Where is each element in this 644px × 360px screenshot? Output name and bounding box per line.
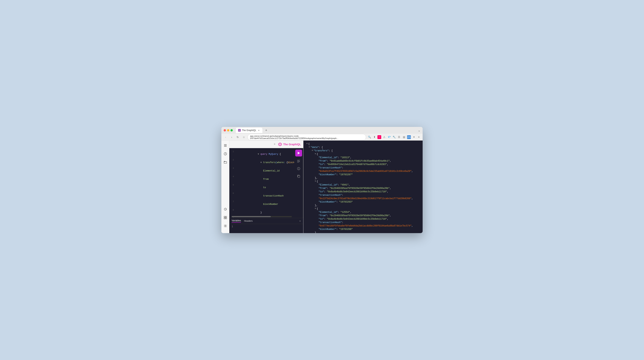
- headers-tab[interactable]: Headers: [244, 220, 252, 222]
- svg-point-13: [280, 145, 280, 146]
- forward-button[interactable]: ›: [229, 135, 234, 139]
- json-transfer-1-open: ▼{: [304, 153, 422, 156]
- code-line-5: 5 to: [229, 183, 294, 192]
- json-transfer-2-close: },: [304, 204, 422, 207]
- split-view-icon[interactable]: ☰: [397, 135, 401, 139]
- code-line-1: 1 ▼ query MyQuery {: [229, 150, 294, 158]
- new-tab-button[interactable]: +: [264, 128, 268, 133]
- svg-rect-2: [224, 146, 227, 147]
- code-line-2: 2 ▼ transfers(where: {blockNumber_gt: 19…: [229, 158, 294, 167]
- sidebar-icon[interactable]: ▤: [402, 135, 406, 139]
- prettify-button[interactable]: [296, 158, 302, 164]
- svg-rect-0: [224, 144, 227, 145]
- menu-icon[interactable]: ≡: [417, 135, 421, 139]
- variables-header: Variables Headers ∨: [229, 218, 303, 224]
- traffic-lights: [224, 129, 233, 131]
- json-line-root-open: ▼{: [304, 142, 422, 146]
- folder-icon[interactable]: [223, 160, 228, 165]
- svg-rect-1: [224, 145, 227, 146]
- address-icons: 🔍 ⬆ 🛡 ⚠ 💎 🔧 ☰ ▤ VPN ✦ ≡: [368, 135, 421, 139]
- horizontal-scrollbar[interactable]: [232, 216, 292, 217]
- search-icon[interactable]: 🔍: [368, 135, 371, 139]
- json-t2-to: "to": "0x8a4b4bd8c5e842eecb2681b99dc5c25…: [304, 190, 422, 194]
- json-t3-id: "Elemental_id": "12554",: [304, 211, 422, 214]
- graphql-logo: The GraphiQL: [278, 142, 301, 146]
- tab-close-button[interactable]: ✕: [258, 129, 260, 132]
- maximize-button[interactable]: [230, 129, 233, 131]
- tab-favicon: G: [238, 129, 241, 132]
- json-t3-to: "to": "0x8a4b4bd8c5e842eecb2681b99dc5c25…: [304, 218, 422, 221]
- variables-tab[interactable]: Variables: [232, 219, 241, 223]
- url-bar[interactable]: app.zeeve.io/shared-api/subgraph/query/q…: [248, 134, 366, 140]
- svg-point-10: [280, 142, 280, 143]
- address-bar: ‹ › ↻ ☆ app.zeeve.io/shared-api/subgraph…: [222, 134, 422, 141]
- brave-shield-icon[interactable]: 🛡: [378, 135, 381, 139]
- add-panel-button[interactable]: +: [274, 142, 276, 146]
- window-controls: ⌄: [418, 129, 420, 132]
- json-transfer-3-open: ▼{: [304, 207, 422, 211]
- run-query-button[interactable]: [295, 150, 302, 156]
- reload-button[interactable]: ↻: [236, 135, 240, 139]
- code-line-4: 4 from: [229, 175, 294, 183]
- graphql-title: The GraphiQL: [283, 143, 301, 146]
- share-icon[interactable]: ⬆: [372, 135, 376, 139]
- alert-icon[interactable]: ⚠: [382, 135, 386, 139]
- json-transfer-1-close: },: [304, 177, 422, 180]
- refresh-icon[interactable]: [223, 207, 228, 212]
- json-t2-from: "from": "0x29469395eaf6f95920e59f858042f…: [304, 187, 422, 190]
- variables-chevron-icon[interactable]: ∨: [299, 220, 301, 222]
- wallet-icon[interactable]: 💎: [387, 135, 391, 139]
- svg-rect-7: [226, 218, 227, 219]
- json-t1-blocknum: "blockNumber": "19783207": [304, 173, 422, 177]
- tab-title: The GraphiQL: [242, 129, 256, 132]
- shortcut-icon[interactable]: [223, 215, 228, 220]
- settings-icon[interactable]: [223, 223, 228, 229]
- variables-panel: Variables Headers ∨ 1: [229, 218, 303, 233]
- close-button[interactable]: [224, 129, 226, 131]
- docs-button[interactable]: [296, 166, 302, 172]
- json-t2-txhash-val: "0x12f3d24c0ec3781a879b18bd138ed46bc319d…: [304, 197, 422, 200]
- back-button[interactable]: ‹: [223, 135, 228, 139]
- tab-area: G The GraphiQL ✕ +: [236, 128, 416, 133]
- json-t2-blocknum: "blockNumber": "19783203": [304, 200, 422, 204]
- brave-icon[interactable]: ✦: [412, 135, 416, 139]
- json-t2-txhash-key: "transactionHash":: [304, 194, 422, 197]
- svg-rect-6: [224, 218, 225, 219]
- query-panel: +: [229, 141, 304, 233]
- url-text: app.zeeve.io/shared-api/subgraph/query/q…: [250, 135, 364, 139]
- bookmark-button[interactable]: ☆: [242, 135, 246, 139]
- extension-icon[interactable]: 🔧: [392, 135, 396, 139]
- copy-button[interactable]: [296, 173, 302, 179]
- svg-point-19: [298, 168, 299, 168]
- history-icon[interactable]: [223, 151, 228, 156]
- code-line-6: 6 transactionHash: [229, 192, 294, 200]
- code-line-8: 8 }: [229, 208, 294, 217]
- code-line-3: 3 Elemental_id: [229, 167, 294, 175]
- json-line-transfers: ▼"transfers": [: [304, 149, 422, 153]
- json-t3-txhash-key: "transactionHash":: [304, 221, 422, 224]
- json-transfer-2-open: ▼{: [304, 180, 422, 183]
- svg-point-8: [225, 226, 226, 227]
- variables-body[interactable]: 1: [229, 224, 303, 233]
- svg-rect-4: [224, 216, 225, 217]
- json-transfer-3-close: }: [304, 231, 422, 233]
- json-t2-id: "Elemental_id": "4941",: [304, 183, 422, 187]
- json-t1-id: "Elemental_id": "18313",: [304, 156, 422, 160]
- svg-rect-5: [226, 216, 227, 217]
- minimize-button[interactable]: [227, 129, 229, 131]
- vpn-badge[interactable]: VPN: [407, 135, 411, 139]
- graphql-logo-icon: [278, 142, 282, 146]
- json-t3-txhash-val: "0x6774e168f5fbba6ef8fe6eb6da2bb1acdb8bc…: [304, 224, 422, 228]
- json-t3-from: "from": "0x29469395eaf6f95920e59f858042f…: [304, 214, 422, 218]
- collapse-icon[interactable]: ▼: [306, 143, 308, 146]
- sidebar-menu-icon[interactable]: [223, 143, 228, 148]
- json-t1-txhash-val: "0x0a813fca7f4523765518567c5a20928c8c5de…: [304, 170, 422, 173]
- variables-line-1: 1: [232, 225, 233, 228]
- results-panel[interactable]: ▼{ ▼"data": { ▼"transfers": [ ▼{ "Elemen…: [304, 141, 422, 233]
- active-tab[interactable]: G The GraphiQL ✕: [236, 128, 262, 133]
- toolbar-panel: [294, 148, 303, 218]
- main-content: +: [222, 141, 422, 233]
- code-line-7: 7 blockNumber: [229, 200, 294, 208]
- query-editor[interactable]: 1 ▼ query MyQuery { 2 ▼ transfers(where:…: [229, 148, 294, 218]
- title-bar: G The GraphiQL ✕ + ⌄: [222, 127, 422, 134]
